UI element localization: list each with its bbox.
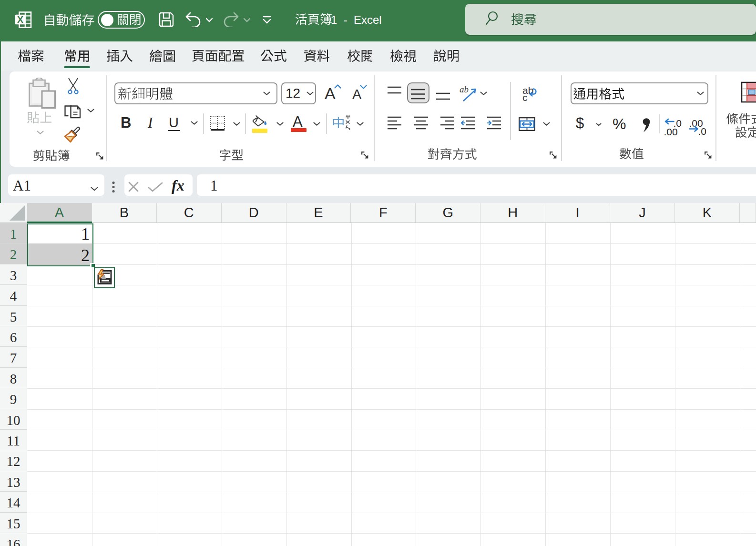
svg-text:.00: .00 [664,126,678,136]
svg-text:.0: .0 [698,126,706,136]
svg-text:c: c [522,92,528,102]
svg-text:ab: ab [460,85,469,94]
svg-text:X: X [17,14,23,25]
